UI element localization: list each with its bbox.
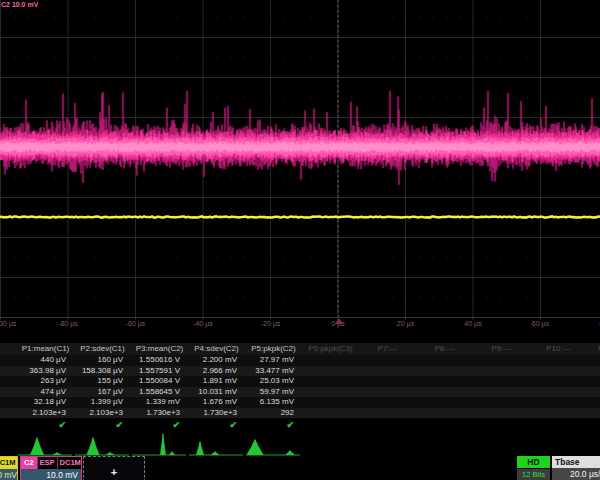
meas-p5-value: 27.97 mV	[245, 355, 294, 366]
histicon-p3	[161, 434, 166, 455]
meas-header-p7[interactable]: P7:---	[359, 343, 416, 355]
hd-badge: HD	[517, 456, 550, 468]
meas-p4-num: 1.730e+3	[188, 408, 237, 419]
trace-annotation: C2 10.0 mV	[1, 0, 38, 9]
meas-p4-value: 2.200 mV	[188, 355, 237, 366]
tbase-title: Tbase	[552, 456, 600, 468]
meas-p4-mean: 2.966 mV	[188, 366, 237, 377]
meas-p1-value: 440 µV	[17, 355, 66, 366]
meas-header-p9[interactable]: P9:---	[473, 343, 530, 355]
meas-p5-mean: 33.477 mV	[245, 366, 294, 377]
meas-p4-max: 10.031 mV	[188, 387, 237, 398]
meas-p1-status-check-icon: ✔	[17, 420, 66, 430]
meas-p5-min: 25.03 mV	[245, 376, 294, 387]
c2-name: C2	[21, 457, 37, 469]
meas-p2-max: 167 µV	[74, 387, 123, 398]
time-label: -80 µs	[58, 319, 78, 329]
meas-p2-num: 2.103e+3	[74, 408, 123, 419]
channel-descriptor-c2[interactable]: C2 ESP DC1M 10.0 mV	[20, 456, 82, 480]
meas-p3-min: 1.550084 V	[131, 376, 180, 387]
hd-bits: 12 Bits	[517, 469, 550, 480]
histicon-p5	[247, 440, 263, 455]
time-label: 20 µs	[397, 319, 414, 329]
c2-flag-esp: ESP	[37, 457, 57, 469]
meas-p1-num: 2.103e+3	[17, 408, 66, 419]
trigger-time-marker[interactable]	[335, 318, 343, 324]
plus-icon: +	[111, 465, 117, 477]
meas-p2-sdev: 1.399 µV	[74, 397, 123, 408]
meas-p3-status-check-icon: ✔	[131, 420, 180, 430]
c2-coupling: DC1M	[57, 457, 83, 469]
meas-header-p2[interactable]: P2:sdev(C1)	[74, 343, 131, 355]
tbase-scale: 20.0 µs/div	[552, 468, 600, 480]
meas-p5-sdev: 6.135 mV	[245, 397, 294, 408]
time-label: 60 µs	[532, 319, 549, 329]
meas-p4-min: 1.891 mV	[188, 376, 237, 387]
meas-p3-mean: 1.557591 V	[131, 366, 180, 377]
histicon-p2	[107, 453, 114, 455]
time-label: -20 µs	[261, 319, 281, 329]
time-label: -60 µs	[126, 319, 146, 329]
meas-header-p4[interactable]: P4:sdev(C2)	[188, 343, 245, 355]
histicon-p5	[286, 451, 294, 455]
c1-title-row: DC1M	[0, 457, 17, 469]
meas-p4-sdev: 1.676 mV	[188, 397, 237, 408]
meas-header-p10[interactable]: P10:---	[530, 343, 587, 355]
meas-p1-min: 263 µV	[17, 376, 66, 387]
oscilloscope-screen: C2 10.0 mV -100 µs-80 µs-60 µs-40 µs-20 …	[0, 0, 600, 480]
meas-p1-sdev: 32.18 µV	[17, 397, 66, 408]
meas-p2-value: 160 µV	[74, 355, 123, 366]
histicon-p3	[170, 452, 175, 455]
meas-p3-num: 1.730e+3	[131, 408, 180, 419]
meas-p5-max: 59.97 mV	[245, 387, 294, 398]
meas-p1-max: 474 µV	[17, 387, 66, 398]
meas-header-p1[interactable]: P1:mean(C1)	[17, 343, 74, 355]
add-trace-button[interactable]: +	[83, 456, 145, 480]
meas-p5-status-check-icon: ✔	[245, 420, 294, 430]
meas-header-p8[interactable]: P8:---	[416, 343, 473, 355]
meas-header-p6[interactable]: P6:pkpk(C3)	[302, 343, 359, 355]
meas-p3-value: 1.550616 V	[131, 355, 180, 366]
meas-p3-max: 1.558645 V	[131, 387, 180, 398]
histicon-p4	[197, 442, 204, 455]
timebase-descriptor[interactable]: Tbase 20.0 µs/div	[552, 456, 600, 480]
measurement-table: P1:mean(C1)440 µV363.98 µV263 µV474 µV32…	[0, 343, 600, 419]
histicon-p2	[87, 438, 99, 455]
meas-header-p3[interactable]: P3:mean(C2)	[131, 343, 188, 355]
meas-header-p11[interactable]: P11:---	[587, 343, 600, 355]
meas-p4-status-check-icon: ✔	[188, 420, 237, 430]
time-label: -100 µs	[0, 319, 16, 329]
meas-p5-num: 292	[245, 408, 294, 419]
c1-scale: 10.0 mV	[0, 469, 17, 480]
c1-coupling: DC1M	[0, 457, 17, 469]
meas-p2-status-check-icon: ✔	[74, 420, 123, 430]
time-label: 40 µs	[464, 319, 481, 329]
meas-header-p5[interactable]: P5:pkpk(C2)	[245, 343, 302, 355]
c2-scale: 10.0 mV	[21, 469, 81, 480]
histicon-p1	[54, 453, 61, 455]
c2-title-row: C2 ESP DC1M	[21, 457, 81, 469]
meas-p2-min: 155 µV	[74, 376, 123, 387]
meas-p1-mean: 363.98 µV	[17, 366, 66, 377]
waveform-traces	[0, 0, 600, 332]
meas-p2-mean: 158.308 µV	[74, 366, 123, 377]
histicon-p1	[31, 438, 44, 455]
time-label: -40 µs	[193, 319, 213, 329]
channel-descriptor-c1[interactable]: DC1M 10.0 mV	[0, 456, 18, 480]
hd-mode-indicator[interactable]: HD 12 Bits	[517, 456, 550, 480]
meas-p3-sdev: 1.339 mV	[131, 397, 180, 408]
histicon-p4	[212, 452, 219, 455]
